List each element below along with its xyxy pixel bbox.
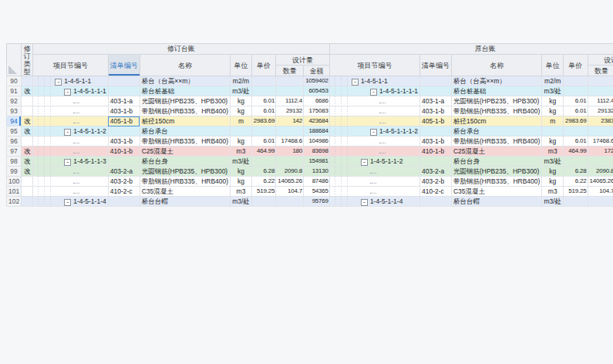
left-list-number-cell[interactable] <box>108 86 140 96</box>
left-name-cell[interactable]: C25混凝土 <box>140 147 230 157</box>
left-price-cell[interactable]: 464.99 <box>251 147 276 157</box>
left-node-cell[interactable]: -1-4-5-1-1 <box>33 76 109 86</box>
row-number[interactable]: 93 <box>7 106 22 116</box>
right-list-number-cell[interactable]: 403-2-b <box>419 177 451 187</box>
left-price-cell[interactable]: 2983.69 <box>251 116 276 126</box>
left-amount-cell[interactable]: 87486 <box>304 177 330 187</box>
left-name-cell[interactable]: 桥台（台高××m） <box>140 76 230 86</box>
right-list-number-cell[interactable] <box>419 157 451 167</box>
left-qty-cell[interactable]: 104.7 <box>276 187 304 197</box>
left-node-column-header[interactable]: 项目节编号 <box>33 55 109 76</box>
right-unit-cell[interactable]: m <box>542 116 564 126</box>
revision-type-cell[interactable] <box>22 187 33 197</box>
revision-type-cell[interactable] <box>22 106 33 116</box>
right-price-cell[interactable]: 464.99 <box>564 147 588 157</box>
left-amount-cell[interactable]: 54365 <box>304 187 330 197</box>
right-node-cell[interactable] <box>329 147 419 157</box>
right-unit-cell[interactable]: m3 <box>542 147 564 157</box>
collapse-minus-icon[interactable]: - <box>64 129 71 136</box>
left-list-number-cell[interactable]: 403-1-b <box>108 136 140 147</box>
left-amount-cell[interactable]: 1059402 <box>304 76 330 86</box>
row-number[interactable]: 92 <box>7 96 22 106</box>
left-price-cell[interactable]: 6.28 <box>251 167 276 177</box>
left-node-cell[interactable] <box>33 106 109 116</box>
right-price-cell[interactable]: 6.01 <box>564 96 588 106</box>
right-qty-cell[interactable]: 2090.8 <box>588 167 613 177</box>
left-price-cell[interactable]: 6.01 <box>251 96 276 106</box>
left-qty-cell[interactable] <box>276 197 304 207</box>
right-unit-cell[interactable]: m3/处 <box>542 86 564 96</box>
collapse-minus-icon[interactable]: - <box>55 79 62 86</box>
right-list-number-cell[interactable]: 405-1-b <box>419 116 451 126</box>
left-price-column-header[interactable]: 单价 <box>251 55 276 76</box>
left-list-number-cell[interactable] <box>108 76 140 86</box>
right-node-cell[interactable] <box>329 116 419 126</box>
right-name-cell[interactable]: 带肋钢筋(HRB335、HRB400) <box>451 136 541 147</box>
right-node-cell[interactable] <box>329 177 419 187</box>
left-list-number-cell[interactable] <box>108 126 140 136</box>
left-unit-cell[interactable]: m3 <box>231 187 252 197</box>
right-node-column-header[interactable]: 项目节编号 <box>329 55 419 76</box>
right-price-cell[interactable]: 6.28 <box>564 167 588 177</box>
left-node-cell[interactable] <box>33 187 109 197</box>
collapse-minus-icon[interactable]: - <box>361 199 368 206</box>
right-unit-cell[interactable] <box>542 126 564 136</box>
right-name-cell[interactable]: C35混凝土 <box>451 187 541 197</box>
right-price-cell[interactable] <box>564 86 588 96</box>
left-qty-cell[interactable] <box>276 76 304 86</box>
right-list-number-cell[interactable]: 403-1-b <box>419 106 451 116</box>
left-node-cell[interactable] <box>33 116 109 126</box>
left-name-cell[interactable]: 带肋钢筋(HRB335、HRB400) <box>140 106 230 116</box>
right-list-number-cell[interactable] <box>419 126 451 136</box>
left-amount-cell[interactable]: 95769 <box>304 197 330 207</box>
row-number[interactable]: 96 <box>7 136 22 147</box>
right-price-cell[interactable]: 6.22 <box>564 177 588 187</box>
right-list-number-cell[interactable] <box>419 86 451 96</box>
left-name-cell[interactable]: 桥台承台 <box>140 126 230 136</box>
left-price-cell[interactable] <box>251 76 276 86</box>
right-price-cell[interactable]: 519.25 <box>564 187 588 197</box>
right-node-cell[interactable] <box>329 167 419 177</box>
right-name-cell[interactable]: 桩径150cm <box>451 116 541 126</box>
right-unit-cell[interactable]: m2/m <box>542 76 564 86</box>
right-list-number-cell[interactable] <box>419 197 451 207</box>
right-name-cell[interactable]: 光圆钢筋(HPB235、HPB300) <box>451 96 541 106</box>
revision-type-cell[interactable]: 改 <box>22 116 33 126</box>
right-node-cell[interactable] <box>329 96 419 106</box>
left-price-cell[interactable] <box>251 86 276 96</box>
left-price-cell[interactable] <box>251 126 276 136</box>
right-node-cell[interactable] <box>329 136 419 147</box>
right-qty-cell[interactable]: 2383 <box>588 116 613 126</box>
left-list-number-cell[interactable]: 403-2-b <box>108 177 140 187</box>
revision-type-cell[interactable] <box>22 197 33 207</box>
left-amount-cell[interactable]: 423684 <box>304 116 330 126</box>
right-name-cell[interactable]: 带肋钢筋(HRB335、HRB400) <box>451 177 541 187</box>
left-amount-cell[interactable]: 175083 <box>304 106 330 116</box>
left-qty-column-header[interactable]: 数量 <box>276 66 304 76</box>
right-unit-cell[interactable]: m3/处 <box>542 197 564 207</box>
left-unit-cell[interactable]: kg <box>231 167 252 177</box>
left-node-cell[interactable]: -1-4-5-1-1-3 <box>33 157 109 167</box>
left-name-cell[interactable]: C35混凝土 <box>140 187 230 197</box>
right-name-column-header[interactable]: 名称 <box>451 55 541 76</box>
right-qty-cell[interactable]: 17468.6 <box>588 136 613 147</box>
collapse-minus-icon[interactable]: - <box>361 159 368 166</box>
right-price-cell[interactable] <box>564 76 588 86</box>
right-list-number-cell[interactable]: 410-1-b <box>419 147 451 157</box>
right-name-cell[interactable]: 桥台台身 <box>451 157 541 167</box>
right-qty-cell[interactable]: 29132 <box>588 106 613 116</box>
left-qty-cell[interactable]: 29132 <box>276 106 304 116</box>
revision-type-cell[interactable]: 改 <box>22 157 33 167</box>
right-node-cell[interactable]: -1-4-5-1-1-1-2 <box>329 126 419 136</box>
collapse-minus-icon[interactable]: - <box>64 89 71 96</box>
left-node-cell[interactable] <box>33 96 109 106</box>
right-name-cell[interactable]: 光圆钢筋(HPB235、HPB300) <box>451 167 541 177</box>
right-name-cell[interactable]: 桥台承台 <box>451 126 541 136</box>
right-node-cell[interactable] <box>329 106 419 116</box>
left-name-cell[interactable]: 带肋钢筋(HRB335、HRB400) <box>140 177 230 187</box>
left-name-cell[interactable]: 光圆钢筋(HPB235、HPB300) <box>140 167 230 177</box>
right-price-cell[interactable]: 6.01 <box>564 106 588 116</box>
right-list-number-cell[interactable]: 403-2-a <box>419 167 451 177</box>
row-number[interactable]: 102 <box>7 197 22 207</box>
left-amount-cell[interactable]: 6686 <box>304 96 330 106</box>
